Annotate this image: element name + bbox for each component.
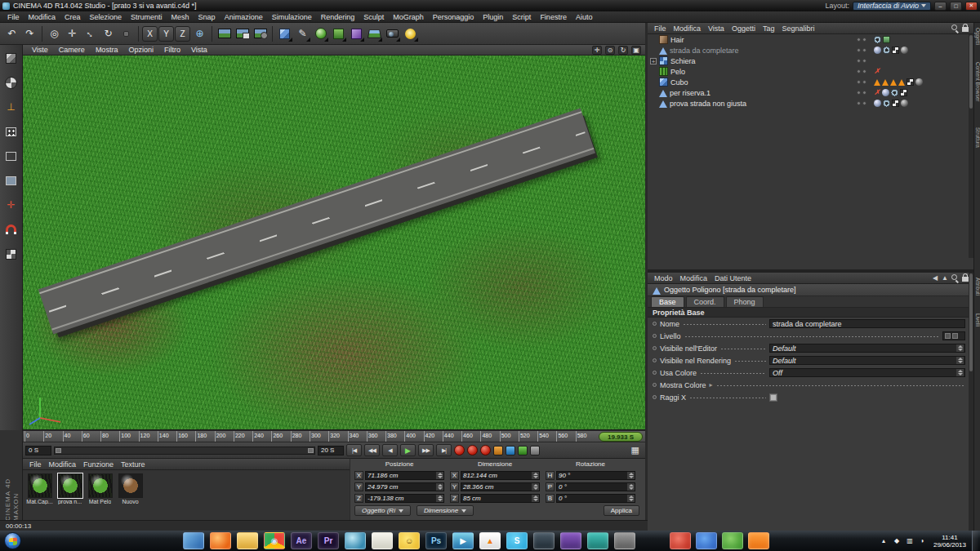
raggi-x-checkbox[interactable] [769, 393, 777, 402]
size-x-field[interactable]: 812.144 cm [461, 471, 540, 480]
cinema4d-icon[interactable] [345, 532, 366, 549]
visibility-dots[interactable] [857, 38, 866, 42]
red-cross-icon[interactable]: ✗ [874, 68, 880, 75]
anim-dot-icon[interactable] [653, 395, 657, 399]
viewport-menu-3[interactable]: Opzioni [123, 46, 158, 54]
polygons-mode-button[interactable] [2, 171, 20, 189]
points-mode-button[interactable] [2, 122, 20, 140]
object-row-schiera[interactable]: + Schiera [648, 56, 973, 66]
am-menu-2[interactable]: Dati Utente [711, 274, 755, 282]
visibile-rendering-dropdown[interactable]: Default [769, 356, 965, 365]
object-name[interactable]: prova strada non giusta [670, 100, 746, 108]
nome-input[interactable]: strada da completare [769, 319, 965, 328]
road-object[interactable] [38, 108, 595, 334]
object-name[interactable]: Cubo [670, 78, 688, 87]
snap-button[interactable] [2, 220, 20, 238]
material-tag-icon[interactable] [915, 78, 923, 86]
app-red-icon[interactable] [670, 532, 691, 549]
om-menu-1[interactable]: Modifica [670, 24, 705, 33]
next-key-button[interactable]: ▶▶ [418, 444, 434, 456]
anim-start-field[interactable]: 0 S [25, 446, 51, 455]
texture-tag-icon[interactable] [892, 47, 899, 54]
dock-tab-struttura[interactable]: Struttura [974, 127, 980, 148]
smiley-icon[interactable]: ☺ [399, 532, 420, 549]
spinner-icon[interactable] [956, 344, 964, 352]
app-teal-icon[interactable] [587, 532, 608, 549]
spinner-icon[interactable] [956, 357, 964, 364]
range-handle-right[interactable] [308, 448, 314, 453]
taskbar-clock[interactable]: 11:41 29/06/2013 [928, 534, 972, 549]
history-back-icon[interactable]: ◀ [930, 274, 940, 282]
goto-end-button[interactable]: ▶| [436, 444, 452, 456]
timeline-ruler[interactable]: 0204060801001201401601802002202402602803… [23, 430, 645, 442]
texture-tag-icon[interactable] [906, 78, 914, 86]
range-handle-left[interactable] [56, 448, 61, 453]
polygon-selection-tag-icon[interactable] [890, 79, 897, 86]
autokey-button[interactable] [467, 445, 478, 455]
object-name[interactable]: Hair [670, 36, 684, 44]
axis-mode-button[interactable]: ✛ [2, 196, 20, 214]
start-button[interactable] [4, 532, 21, 549]
lock-y-button[interactable]: Y [158, 26, 174, 42]
vlc-icon[interactable]: ▲ [479, 532, 501, 549]
record-keyframe-button[interactable] [454, 445, 465, 455]
menu-item-3[interactable]: Selezione [86, 13, 127, 21]
polygon-selection-tag-icon[interactable] [882, 79, 889, 86]
material-item[interactable]: Mat.Cap... [26, 473, 53, 504]
spinner-icon[interactable] [532, 472, 539, 479]
parent-object-icon[interactable]: ▲ [940, 274, 950, 282]
object-row-prova-strada[interactable]: prova strada non giusta [648, 98, 973, 109]
anim-dot-icon[interactable] [653, 322, 657, 326]
position-x-field[interactable]: 71.186 cm [365, 471, 444, 480]
goto-start-button[interactable]: |◀ [346, 444, 362, 456]
material-tag-icon[interactable] [901, 100, 908, 107]
position-y-field[interactable]: 24.979 cm [365, 482, 444, 491]
expand-icon[interactable]: + [650, 58, 657, 64]
rotate-tool[interactable]: ↻ [100, 25, 117, 42]
menu-item-16[interactable]: Aiuto [572, 13, 597, 21]
close-button[interactable]: ✕ [965, 2, 978, 11]
visibility-dots[interactable] [857, 69, 866, 73]
position-z-field[interactable]: -179.138 cm [365, 494, 444, 503]
layer-field[interactable] [942, 331, 965, 340]
workplane-mode-button[interactable]: ⊥ [2, 98, 20, 116]
premiere-icon[interactable]: Pr [318, 532, 339, 549]
spinner-icon[interactable] [627, 472, 635, 479]
spinner-icon[interactable] [532, 495, 539, 502]
app-blue-icon[interactable] [696, 532, 717, 549]
camera-button[interactable] [384, 25, 401, 42]
menu-item-5[interactable]: Mesh [167, 13, 194, 21]
viewport-menu-0[interactable]: Viste [27, 46, 53, 54]
anim-dot-icon[interactable] [653, 383, 657, 387]
uvw-tag-icon[interactable] [891, 89, 898, 96]
phong-tag-icon[interactable] [874, 47, 881, 54]
model-mode-button[interactable] [2, 49, 20, 67]
menu-item-8[interactable]: Simulazione [268, 13, 316, 21]
pan-view-icon[interactable]: ✛ [592, 46, 602, 55]
render-picture-viewer-button[interactable] [234, 25, 251, 42]
visibility-dots[interactable] [857, 101, 866, 105]
anim-dot-icon[interactable] [653, 346, 657, 350]
menu-item-13[interactable]: Plugin [479, 13, 507, 21]
key-parameter-toggle[interactable] [530, 446, 540, 455]
viewport-menu-2[interactable]: Mostra [91, 46, 123, 54]
object-row-pelo[interactable]: Pelo ✗ [648, 66, 973, 77]
key-rotation-toggle[interactable] [518, 446, 528, 455]
size-mode-dropdown[interactable]: Dimensione [416, 505, 474, 516]
object-name[interactable]: Schiera [670, 57, 696, 65]
zoom-view-icon[interactable]: ⊙ [605, 46, 615, 55]
material-menu-2[interactable]: Funzione [80, 460, 117, 469]
lock-z-button[interactable]: Z [175, 26, 190, 42]
hair-material-tag-icon[interactable] [874, 36, 881, 43]
deformers-button[interactable] [348, 25, 365, 42]
media-player-icon[interactable]: ▶ [452, 532, 474, 549]
last-tool-button[interactable] [118, 25, 135, 42]
previous-key-button[interactable]: ◀◀ [364, 444, 380, 456]
chrome-icon[interactable]: ◉ [264, 532, 285, 549]
rotation-b-field[interactable]: 0 ° [556, 494, 635, 503]
phong-tag-icon[interactable] [882, 89, 889, 96]
coordinate-system-button[interactable]: ⊕ [191, 25, 208, 42]
undo-button[interactable]: ↶ [3, 25, 20, 42]
anim-dot-icon[interactable] [653, 358, 657, 362]
anim-dot-icon[interactable] [653, 334, 657, 338]
